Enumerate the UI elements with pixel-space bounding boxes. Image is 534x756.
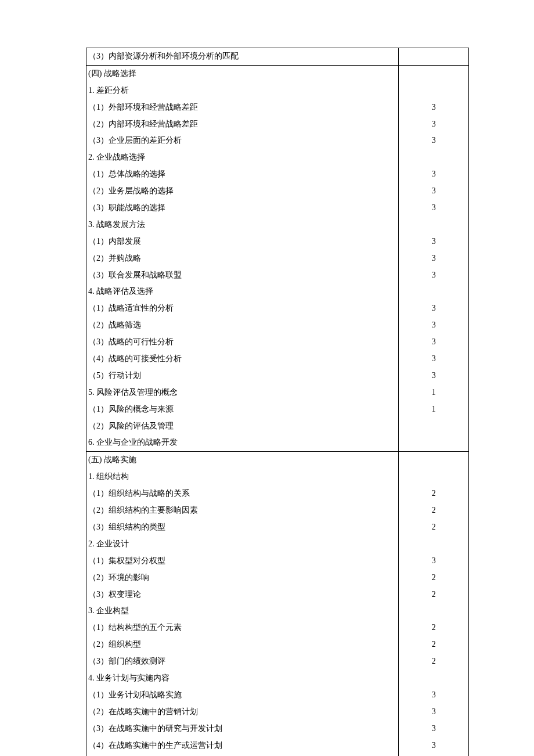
table-row: （1）战略适宜性的分析3 — [86, 300, 469, 317]
row-value — [399, 603, 469, 620]
row-text: （3）内部资源分析和外部环境分析的匹配 — [86, 48, 399, 66]
table-row: （3）企业层面的差距分析3 — [86, 132, 469, 149]
table-row: （2）风险的评估及管理 — [86, 418, 469, 435]
row-value: 3 — [399, 267, 469, 284]
row-text: （2）环境的影响 — [86, 570, 399, 586]
table-row: 2. 企业设计 — [86, 536, 469, 553]
row-value: 3 — [399, 351, 469, 368]
table-row: （1）结构构型的五个元素2 — [86, 620, 469, 636]
row-value: 3 — [399, 317, 469, 334]
table-row: （1）业务计划和战略实施3 — [86, 687, 469, 704]
row-value — [399, 670, 469, 687]
row-value: 3 — [399, 737, 469, 754]
row-text: 4. 战略评估及选择 — [86, 283, 399, 300]
row-value: 2 — [399, 570, 469, 586]
table-row: 3. 企业构型 — [86, 603, 469, 620]
row-text: （4）战略的可接受性分析 — [86, 351, 399, 368]
row-text: （5）行动计划 — [86, 368, 399, 384]
table-row: （1）总体战略的选择3 — [86, 166, 469, 183]
row-value: 2 — [399, 485, 469, 502]
table-row: （1）集权型对分权型3 — [86, 553, 469, 570]
row-text: （3）在战略实施中的研究与开发计划 — [86, 721, 399, 737]
table-row: （2）在战略实施中的营销计划3 — [86, 704, 469, 721]
row-text: （2）组织结构的主要影响因素 — [86, 502, 399, 519]
row-text: 1. 组织结构 — [86, 469, 399, 485]
row-text: (四) 战略选择 — [86, 65, 399, 82]
row-value: 2 — [399, 586, 469, 603]
row-value: 3 — [399, 754, 469, 756]
table-row: （3）联合发展和战略联盟3 — [86, 267, 469, 284]
row-text: （5）在战略实施中的策略采购 — [86, 754, 399, 756]
table-row: （4）在战略实施中的生产或运营计划3 — [86, 737, 469, 754]
row-value: 2 — [399, 519, 469, 536]
table-row: （2）内部环境和经营战略差距3 — [86, 116, 469, 133]
row-text: （3）组织结构的类型 — [86, 519, 399, 536]
row-text: 4. 业务计划与实施内容 — [86, 670, 399, 687]
row-text: 5. 风险评估及管理的概念 — [86, 384, 399, 401]
table-row: (五) 战略实施 — [86, 452, 469, 469]
table-row: （2）组织结构的主要影响因素2 — [86, 502, 469, 519]
row-value — [399, 418, 469, 435]
row-value: 2 — [399, 620, 469, 636]
row-value: 3 — [399, 368, 469, 384]
row-text: （3）联合发展和战略联盟 — [86, 267, 399, 284]
row-value — [399, 65, 469, 82]
table-row: （2）业务层战略的选择3 — [86, 183, 469, 200]
row-text: （1）总体战略的选择 — [86, 166, 399, 183]
row-text: （1）外部环境和经营战略差距 — [86, 99, 399, 116]
table-row: （5）在战略实施中的策略采购3 — [86, 754, 469, 756]
row-text: （1）组织结构与战略的关系 — [86, 485, 399, 502]
table-row: (四) 战略选择 — [86, 65, 469, 82]
row-value: 2 — [399, 636, 469, 653]
row-text: （2）风险的评估及管理 — [86, 418, 399, 435]
row-value: 3 — [399, 704, 469, 721]
table-row: （2）战略筛选3 — [86, 317, 469, 334]
row-text: （1）内部发展 — [86, 233, 399, 250]
table-row: （3）部门的绩效测评2 — [86, 653, 469, 670]
table-row: （2）组织构型2 — [86, 636, 469, 653]
row-text: （3）战略的可行性分析 — [86, 334, 399, 351]
row-value — [399, 82, 469, 99]
row-text: （3）职能战略的选择 — [86, 200, 399, 217]
row-value: 2 — [399, 502, 469, 519]
row-text: （1）结构构型的五个元素 — [86, 620, 399, 636]
table-row: （1）外部环境和经营战略差距3 — [86, 99, 469, 116]
row-text: （4）在战略实施中的生产或运营计划 — [86, 737, 399, 754]
table-row: （2）并购战略3 — [86, 250, 469, 267]
row-value — [399, 217, 469, 233]
table-row: 4. 战略评估及选择 — [86, 283, 469, 300]
table-row: 5. 风险评估及管理的概念1 — [86, 384, 469, 401]
row-value: 3 — [399, 116, 469, 133]
row-text: （2）并购战略 — [86, 250, 399, 267]
row-value: 2 — [399, 653, 469, 670]
table-row: （5）行动计划3 — [86, 368, 469, 384]
row-text: (五) 战略实施 — [86, 452, 399, 469]
row-text: （3）部门的绩效测评 — [86, 653, 399, 670]
table-row: （3）内部资源分析和外部环境分析的匹配 — [86, 48, 469, 66]
row-value: 1 — [399, 401, 469, 418]
row-value: 3 — [399, 721, 469, 737]
row-text: （1）业务计划和战略实施 — [86, 687, 399, 704]
row-value: 3 — [399, 183, 469, 200]
table-row: （1）组织结构与战略的关系2 — [86, 485, 469, 502]
row-value: 3 — [399, 132, 469, 149]
table-row: （4）战略的可接受性分析3 — [86, 351, 469, 368]
row-text: （1）风险的概念与来源 — [86, 401, 399, 418]
row-value: 3 — [399, 99, 469, 116]
row-text: （1）集权型对分权型 — [86, 553, 399, 570]
row-value: 3 — [399, 200, 469, 217]
row-value — [399, 48, 469, 66]
row-text: （2）在战略实施中的营销计划 — [86, 704, 399, 721]
row-text: （2）战略筛选 — [86, 317, 399, 334]
table-row: 1. 组织结构 — [86, 469, 469, 485]
table-row: （3）职能战略的选择3 — [86, 200, 469, 217]
row-value — [399, 283, 469, 300]
row-value — [399, 469, 469, 485]
row-text: （2）组织构型 — [86, 636, 399, 653]
row-value — [399, 434, 469, 451]
table-body: （3）内部资源分析和外部环境分析的匹配(四) 战略选择1. 差距分析（1）外部环… — [86, 48, 469, 757]
row-text: 1. 差距分析 — [86, 82, 399, 99]
row-value — [399, 536, 469, 553]
row-text: 2. 企业设计 — [86, 536, 399, 553]
row-text: （2）内部环境和经营战略差距 — [86, 116, 399, 133]
